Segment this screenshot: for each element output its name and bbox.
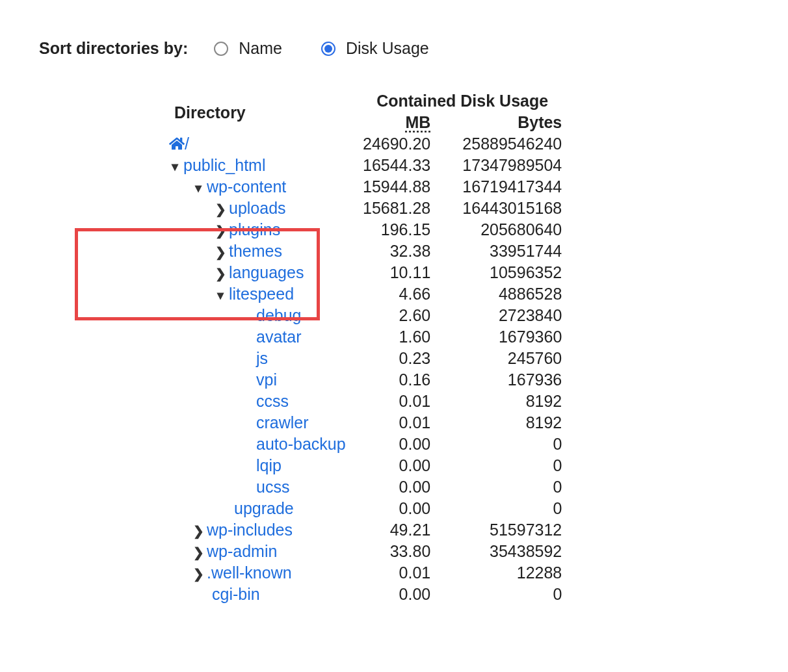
bytes-cell: 17347989504 (437, 155, 567, 176)
mb-cell: 0.23 (358, 348, 437, 369)
sort-row: Sort directories by: Name Disk Usage (39, 39, 749, 58)
directory-link[interactable]: public_html (183, 156, 265, 174)
directory-header: Directory (169, 90, 358, 133)
bytes-cell: 0 (437, 476, 567, 498)
bytes-cell: 0 (437, 584, 567, 605)
mb-cell: 2.60 (358, 305, 437, 326)
directory-link[interactable]: uploads (229, 199, 286, 217)
directory-link[interactable]: plugins (229, 220, 280, 239)
directory-link[interactable]: / (185, 135, 189, 153)
table-row: ❯.well-known0.0112288 (169, 562, 567, 584)
mb-cell: 10.11 (358, 262, 437, 283)
directory-cell: ❯plugins (169, 219, 358, 240)
directory-link[interactable]: wp-includes (207, 521, 293, 539)
chevron-down-icon[interactable]: ▾ (169, 159, 181, 174)
bytes-cell: 0 (437, 433, 567, 455)
directory-link[interactable]: lqip (256, 456, 282, 474)
directory-cell: js (169, 348, 358, 369)
bytes-cell: 8192 (437, 391, 567, 412)
contained-usage-header: Contained Disk Usage (358, 90, 567, 112)
table-row: ▾wp-content15944.8816719417344 (169, 176, 567, 198)
directory-cell: ucss (169, 476, 358, 498)
directory-cell: upgrade (169, 498, 358, 519)
chevron-right-icon[interactable]: ❯ (215, 266, 226, 281)
directory-link[interactable]: wp-admin (207, 542, 277, 560)
directory-link[interactable]: upgrade (234, 499, 294, 517)
directory-link[interactable]: .well-known (207, 563, 292, 582)
sort-by-name-label: Name (239, 39, 282, 58)
mb-cell: 15681.28 (358, 198, 437, 219)
directory-link[interactable]: ccss (256, 392, 289, 410)
table-row: avatar1.601679360 (169, 326, 567, 348)
directory-cell: ❯themes (169, 240, 358, 262)
directory-cell: ▾litespeed (169, 283, 358, 305)
mb-cell: 24690.20 (358, 133, 437, 155)
table-row: lqip0.000 (169, 455, 567, 476)
table-row: /24690.2025889546240 (169, 133, 567, 155)
directory-link[interactable]: cgi-bin (212, 585, 260, 603)
table-row: ❯wp-includes49.2151597312 (169, 519, 567, 541)
sort-by-disk-usage-radio[interactable]: Disk Usage (321, 39, 429, 58)
sort-by-name-radio[interactable]: Name (214, 39, 282, 58)
bytes-cell: 1679360 (437, 326, 567, 348)
mb-cell: 0.01 (358, 562, 437, 584)
table-row: js0.23245760 (169, 348, 567, 369)
chevron-right-icon[interactable]: ❯ (215, 223, 226, 239)
table-row: debug2.602723840 (169, 305, 567, 326)
bytes-cell: 167936 (437, 369, 567, 391)
table-row: ❯uploads15681.2816443015168 (169, 198, 567, 219)
bytes-cell: 2723840 (437, 305, 567, 326)
directory-link[interactable]: js (256, 349, 268, 367)
chevron-right-icon[interactable]: ❯ (192, 523, 204, 539)
table-row: ▾litespeed4.664886528 (169, 283, 567, 305)
mb-cell: 0.00 (358, 433, 437, 455)
mb-cell: 0.00 (358, 455, 437, 476)
directory-link[interactable]: litespeed (229, 285, 294, 303)
directory-link[interactable]: crawler (256, 413, 309, 432)
directory-link[interactable]: themes (229, 242, 282, 260)
table-row: cgi-bin0.000 (169, 584, 567, 605)
table-row: crawler0.018192 (169, 412, 567, 433)
mb-cell: 4.66 (358, 283, 437, 305)
bytes-cell: 51597312 (437, 519, 567, 541)
directory-link[interactable]: wp-content (207, 177, 286, 196)
table-row: vpi0.16167936 (169, 369, 567, 391)
radio-group: Name Disk Usage (214, 39, 429, 58)
table-row: ❯plugins196.15205680640 (169, 219, 567, 240)
chevron-down-icon[interactable]: ▾ (192, 180, 204, 196)
directory-cell: vpi (169, 369, 358, 391)
chevron-right-icon[interactable]: ❯ (192, 545, 204, 560)
bytes-cell: 25889546240 (437, 133, 567, 155)
disk-usage-table: Directory Contained Disk Usage MB Bytes … (169, 90, 567, 605)
bytes-cell: 4886528 (437, 283, 567, 305)
directory-cell: ▾wp-content (169, 176, 358, 198)
directory-link[interactable]: vpi (256, 370, 277, 389)
directory-link[interactable]: ucss (256, 478, 289, 496)
directory-link[interactable]: avatar (256, 328, 301, 346)
bytes-cell: 205680640 (437, 219, 567, 240)
sort-by-disk-usage-label: Disk Usage (346, 39, 429, 58)
mb-cell: 15944.88 (358, 176, 437, 198)
mb-cell: 196.15 (358, 219, 437, 240)
chevron-right-icon[interactable]: ❯ (192, 566, 204, 582)
bytes-cell: 8192 (437, 412, 567, 433)
chevron-right-icon[interactable]: ❯ (215, 201, 226, 217)
mb-cell: 16544.33 (358, 155, 437, 176)
directory-cell: ❯wp-admin (169, 541, 358, 562)
mb-cell: 32.38 (358, 240, 437, 262)
table-row: ❯languages10.1110596352 (169, 262, 567, 283)
directory-link[interactable]: debug (256, 306, 302, 324)
chevron-down-icon[interactable]: ▾ (215, 287, 226, 303)
table-row: ❯wp-admin33.8035438592 (169, 541, 567, 562)
bytes-cell: 245760 (437, 348, 567, 369)
directory-cell: ❯uploads (169, 198, 358, 219)
directory-link[interactable]: auto-backup (256, 435, 346, 453)
bytes-header: Bytes (437, 112, 567, 133)
directory-cell: ccss (169, 391, 358, 412)
home-icon[interactable] (169, 135, 185, 153)
directory-link[interactable]: languages (229, 263, 304, 281)
table-row: ▾public_html16544.3317347989504 (169, 155, 567, 176)
mb-header: MB (405, 113, 430, 131)
bytes-cell: 35438592 (437, 541, 567, 562)
chevron-right-icon[interactable]: ❯ (215, 244, 226, 260)
